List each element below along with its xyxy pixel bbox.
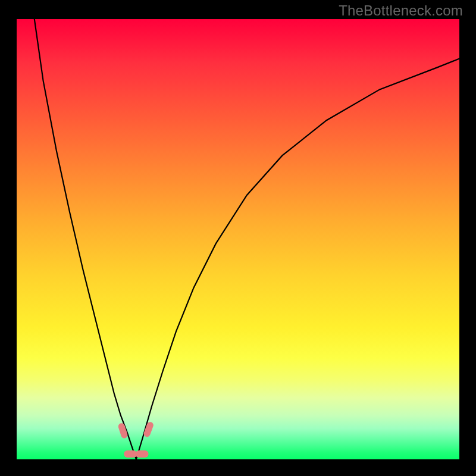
app-frame: TheBottleneck.com: [0, 0, 476, 476]
bottleneck-curves: [17, 19, 459, 459]
watermark-text: TheBottleneck.com: [339, 2, 463, 19]
curve-right-branch: [136, 59, 459, 459]
plot-area: [17, 19, 459, 459]
curve-left-branch: [35, 19, 136, 459]
curve-markers: [117, 421, 154, 458]
marker-bottom-pill-right: [136, 450, 149, 458]
marker-bottom-pill-left: [124, 450, 137, 458]
